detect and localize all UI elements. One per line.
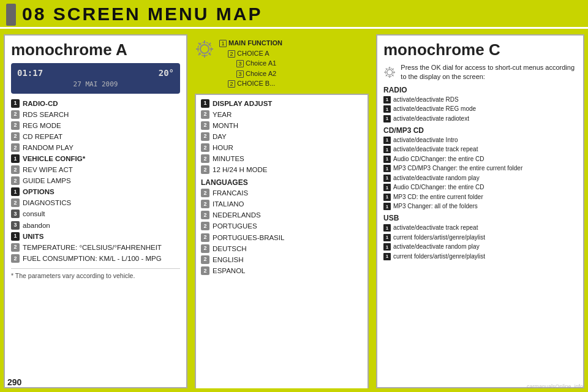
panel-monochrome-c: monochrome C Press the OK dial for acces… — [376, 34, 584, 388]
badge-2: 2 — [11, 243, 20, 252]
panel-middle-body: 1 DISPLAY ADJUST 2 YEAR 2 MONTH 2 DAY 2 … — [195, 94, 369, 389]
badge-1: 1 — [383, 203, 391, 210]
menu-text: MONTH — [213, 121, 238, 130]
menu-item-display-adjust: 1 DISPLAY ADJUST — [201, 99, 363, 108]
item-text: activate/deactivate REG mode — [393, 105, 476, 113]
menu-items-list: 1 RADIO-CD 2 RDS SEARCH 2 REG MODE 2 CD … — [11, 99, 180, 263]
menu-text: DIAGNOSTICS — [23, 198, 71, 208]
right-item-rds: 1 activate/deactivate RDS — [383, 96, 577, 104]
right-item-mp3-changer-all: 1 MP3 Changer: all of the folders — [383, 202, 577, 211]
menu-text: DISPLAY ADJUST — [213, 99, 272, 108]
badge-2: 2 — [201, 266, 209, 275]
menu-item-year: 2 YEAR — [201, 110, 363, 119]
menu-item-abandon: 3 abandon — [11, 221, 180, 230]
right-item-usb-folders2: 1 current folders/artist/genre/playlist — [383, 252, 577, 261]
item-text: current folders/artist/genre/playlist — [393, 233, 485, 242]
badge-2: 2 — [201, 132, 209, 141]
menu-text: YEAR — [213, 110, 232, 119]
item-text: activate/deactivate Intro — [393, 136, 458, 145]
menu-item-consult: 3 consult — [11, 209, 180, 219]
header-accent — [6, 4, 16, 26]
badge-2: 2 — [11, 110, 20, 119]
menu-item-nederlands: 2 NEDERLANDS — [201, 210, 363, 220]
menu-text: consult — [23, 209, 45, 219]
sun-icon — [195, 39, 214, 59]
item-text: Audio CD/Changer: the entire CD — [393, 183, 484, 192]
right-item-usb-track-repeat: 1 activate/deactivate track repeat — [383, 224, 577, 232]
watermark: carmanualsOnline .info — [527, 383, 583, 390]
menu-item-portugues-brasil: 2 PORTUGUES-BRASIL — [201, 233, 363, 243]
panel-c-header: Press the OK dial for access to short-cu… — [383, 63, 577, 82]
fn-choice-a: CHOICE A — [237, 50, 270, 57]
display-screen: 01:17 20° 27 MAI 2009 — [11, 63, 180, 94]
item-text: activate/deactivate radiotext — [393, 115, 469, 123]
menu-text: RADIO-CD — [23, 99, 58, 108]
menu-item-espanol: 2 ESPANOL — [201, 266, 363, 276]
function-list: 1MAIN FUNCTION 2CHOICE A 3Choice A1 3Cho… — [219, 38, 282, 89]
menu-text: PORTUGUES-BRASIL — [213, 233, 284, 243]
menu-item-francais: 2 FRANCAIS — [201, 188, 363, 198]
item-text: current folders/artist/genre/playlist — [393, 252, 485, 261]
menu-item-minutes: 2 MINUTES — [201, 154, 363, 164]
item-text: activate/deactivate track repeat — [393, 224, 478, 232]
badge-1: 1 — [383, 146, 391, 153]
item-text: activate/deactivate random play — [393, 174, 480, 183]
fn-num-2b: 2 — [228, 80, 235, 88]
cdmp3-section-header: CD/MP3 CD — [383, 126, 577, 135]
badge-1: 1 — [383, 137, 391, 144]
menu-item-portugues: 2 PORTUGUES — [201, 221, 363, 231]
menu-item-italiano: 2 ITALIANO — [201, 199, 363, 209]
menu-text: PORTUGUES — [213, 221, 257, 231]
badge-2: 2 — [201, 233, 209, 242]
badge-2: 2 — [201, 154, 209, 163]
badge-1: 1 — [11, 187, 20, 196]
usb-section-header: USB — [383, 214, 577, 222]
menu-item-radio-cd: 1 RADIO-CD — [11, 99, 180, 108]
item-text: activate/deactivate random play — [393, 243, 480, 251]
right-item-reg: 1 activate/deactivate REG mode — [383, 105, 577, 113]
badge-3: 3 — [11, 209, 20, 218]
badge-1: 1 — [11, 154, 20, 163]
fn-choice-b: CHOICE B... — [237, 80, 275, 87]
menu-text: abandon — [23, 221, 50, 230]
footnote: * The parameters vary according to vehic… — [11, 268, 180, 279]
fn-choice-a1: Choice A1 — [246, 59, 276, 67]
right-item-usb-random: 1 activate/deactivate random play — [383, 243, 577, 251]
menu-item-fuel: 2 FUEL CONSUMPTION: KM/L - L/100 - MPG — [11, 254, 180, 263]
menu-text: FUEL CONSUMPTION: KM/L - L/100 - MPG — [23, 254, 162, 263]
menu-item-deutsch: 2 DEUTSCH — [201, 244, 363, 254]
badge-2: 2 — [11, 198, 20, 207]
panel-a-title: monochrome A — [11, 40, 180, 59]
right-item-track-repeat: 1 activate/deactivate track repeat — [383, 145, 577, 154]
badge-2: 2 — [201, 121, 209, 130]
badge-2: 2 — [201, 143, 209, 152]
menu-item-random-play: 2 RANDOM PLAY — [11, 143, 180, 153]
right-item-intro: 1 activate/deactivate Intro — [383, 136, 577, 145]
menu-text: MINUTES — [213, 154, 244, 164]
badge-2: 2 — [201, 200, 209, 208]
languages-section-title: LANGUAGES — [201, 178, 363, 187]
badge-2: 2 — [11, 176, 20, 185]
item-text: activate/deactivate track repeat — [393, 145, 478, 154]
svg-point-10 — [387, 70, 393, 75]
item-text: Audio CD/Changer: the entire CD — [393, 155, 484, 164]
fn-num-3a: 3 — [236, 60, 244, 67]
menu-text: 12 H/24 H MODE — [213, 165, 267, 175]
item-text: activate/deactivate RDS — [393, 96, 459, 104]
badge-1: 1 — [11, 232, 20, 241]
badge-1: 1 — [383, 115, 391, 123]
menu-item-rds-search: 2 RDS SEARCH — [11, 110, 180, 119]
menu-text: RDS SEARCH — [23, 110, 69, 119]
menu-item-hour: 2 HOUR — [201, 143, 363, 153]
menu-item-temperature: 2 TEMPERATURE: °CELSIUS/°FAHRENHEIT — [11, 243, 180, 252]
badge-2: 2 — [11, 254, 20, 263]
menu-text: NEDERLANDS — [213, 210, 261, 220]
menu-item-reg-mode: 2 REG MODE — [11, 121, 180, 130]
menu-item-guide-lamps: 2 GUIDE LAMPS — [11, 176, 180, 186]
sun-icon-right — [383, 63, 396, 81]
badge-1: 1 — [383, 194, 391, 201]
menu-item-diagnostics: 2 DIAGNOSTICS — [11, 198, 180, 208]
badge-1: 1 — [383, 253, 391, 260]
badge-1: 1 — [383, 175, 391, 182]
menu-item-day: 2 DAY — [201, 132, 363, 141]
